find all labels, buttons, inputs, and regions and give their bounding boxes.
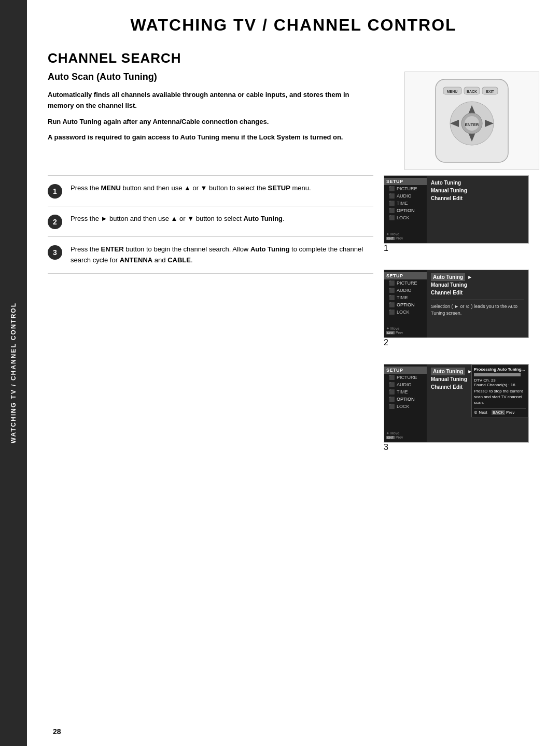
screen-2-content: Auto Tuning ► Manual Tuning Channel Edit… xyxy=(427,270,528,337)
screen-2-audio: ⬛AUDIO xyxy=(384,287,427,294)
screen-3-auto-tuning: Auto Tuning xyxy=(431,368,465,375)
found-channels: Found Channel(s) : 16 xyxy=(474,383,526,387)
screen-1-auto-tuning: Auto Tuning xyxy=(431,179,524,187)
bottom-area: 1 Press the MENU button and then use ▲ o… xyxy=(48,175,539,462)
screen-1-inner: SETUP ⬛ PICTURE ⬛ AUDIO ⬛ xyxy=(384,176,528,243)
screen-2-arrow: ► xyxy=(467,274,472,280)
sidebar-label: WATCHING TV / CHANNEL CONTROL xyxy=(10,302,17,443)
remote-control-image: MENU BACK EXIT xyxy=(404,72,539,170)
processing-overlay: Processing Auto Tuning... DTV Ch. 23 Fou… xyxy=(471,364,528,417)
remote-svg: MENU BACK EXIT xyxy=(415,77,529,165)
screens-section: SETUP ⬛ PICTURE ⬛ AUDIO ⬛ xyxy=(384,175,539,462)
screen-3-badge: 3 xyxy=(384,443,539,452)
screen-2-time: ⬛TIME xyxy=(384,294,427,301)
page-number: 28 xyxy=(53,727,61,736)
step-3: 3 Press the ENTER button to begin the ch… xyxy=(48,236,373,274)
processing-bar xyxy=(474,373,521,376)
screen-3: SETUP ⬛PICTURE ⬛AUDIO ⬛TIME xyxy=(384,364,529,443)
screen-1-picture: ⬛ PICTURE xyxy=(384,185,427,192)
section-title: CHANNEL SEARCH xyxy=(48,50,539,66)
screen-1-menu-bottom: ✦ MoveENT Prev xyxy=(384,231,427,241)
page: WATCHING TV / CHANNEL CONTROL WATCHING T… xyxy=(0,0,560,746)
screen-1: SETUP ⬛ PICTURE ⬛ AUDIO ⬛ xyxy=(384,175,529,244)
page-title: WATCHING TV / CHANNEL CONTROL xyxy=(48,16,539,35)
screen-1-audio: ⬛ AUDIO xyxy=(384,192,427,200)
screen-2-description: Selection ( ► or ⊙ ) leads you to the Au… xyxy=(431,302,524,317)
sub-title: Auto Scan (Auto Tuning) xyxy=(48,72,373,82)
screen-2-picture: ⬛PICTURE xyxy=(384,279,427,287)
audio-icon: ⬛ xyxy=(388,193,395,199)
screen-3-content: Auto Tuning ► Manual Tuning Channel Edit… xyxy=(427,364,528,442)
screen-3-inner: SETUP ⬛PICTURE ⬛AUDIO ⬛TIME xyxy=(384,364,528,442)
screen-2-menu-bottom: ✦ MoveENT Prev xyxy=(384,326,427,335)
screen-3-lock: ⬛LOCK xyxy=(384,403,427,410)
screen-2-option: ⬛OPTION xyxy=(384,301,427,308)
screen-3-time: ⬛TIME xyxy=(384,388,427,396)
screen-3-menu-bottom: ✦ MoveENT Prev xyxy=(384,430,427,440)
step-2: 2 Press the ► button and then use ▲ or ▼… xyxy=(48,206,373,236)
screen-3-footer: ⊙ Next BACK Prev xyxy=(474,408,526,415)
top-content-area: Auto Scan (Auto Tuning) Automatically fi… xyxy=(48,72,539,170)
screen-3-menu-header: SETUP xyxy=(384,367,427,374)
screen-mockup-wrap-2: SETUP ⬛PICTURE ⬛AUDIO ⬛TIME xyxy=(384,270,539,347)
screen-mockup-wrap-3: SETUP ⬛PICTURE ⬛AUDIO ⬛TIME xyxy=(384,364,539,452)
screen-3-option: ⬛OPTION xyxy=(384,396,427,403)
screen-1-option: ⬛ OPTION xyxy=(384,207,427,214)
right-column: MENU BACK EXIT xyxy=(384,72,539,170)
body-text-3: A password is required to gain access to… xyxy=(48,132,373,143)
step-text-3: Press the ENTER button to begin the chan… xyxy=(71,244,373,266)
step-1: 1 Press the MENU button and then use ▲ o… xyxy=(48,175,373,206)
screen-1-manual-tuning: Manual Tuning xyxy=(431,187,524,194)
screen-1-content: Auto Tuning Manual Tuning Channel Edit xyxy=(427,176,528,243)
screen-1-channel-edit: Channel Edit xyxy=(431,194,524,202)
body-text-1: Automatically finds all channels availab… xyxy=(48,90,373,111)
picture-icon: ⬛ xyxy=(388,186,395,192)
dtv-channel: DTV Ch. 23 xyxy=(474,378,526,383)
lock-icon: ⬛ xyxy=(388,215,395,221)
screen-1-time: ⬛ TIME xyxy=(384,200,427,207)
svg-text:ENTER: ENTER xyxy=(465,122,479,127)
screen-2-auto-tuning: Auto Tuning xyxy=(431,273,465,281)
svg-text:EXIT: EXIT xyxy=(486,90,494,93)
screen-1-lock: ⬛ LOCK xyxy=(384,214,427,221)
screen-1-badge: 1 xyxy=(384,244,539,253)
screen-2-manual-tuning: Manual Tuning xyxy=(431,281,524,289)
screen-1-menu-header: SETUP xyxy=(384,178,427,185)
step-text-1: Press the MENU button and then use ▲ or … xyxy=(71,183,311,194)
sidebar: WATCHING TV / CHANNEL CONTROL xyxy=(0,0,27,746)
screen-2-inner: SETUP ⬛PICTURE ⬛AUDIO ⬛TIME xyxy=(384,270,528,337)
body-text-2: Run Auto Tuning again after any Antenna/… xyxy=(48,117,373,128)
back-button: BACK xyxy=(492,410,505,415)
processing-title: Processing Auto Tuning... xyxy=(474,367,526,372)
screen-2-channel-edit: Channel Edit xyxy=(431,289,524,297)
screen-mockup-wrap-1: SETUP ⬛ PICTURE ⬛ AUDIO ⬛ xyxy=(384,175,539,253)
svg-text:BACK: BACK xyxy=(467,90,477,93)
screen-3-picture: ⬛PICTURE xyxy=(384,374,427,381)
stop-instruction: Press⊙ to stop the current scan and star… xyxy=(474,388,526,406)
option-icon: ⬛ xyxy=(388,207,395,214)
screen-2-menu-header: SETUP xyxy=(384,272,427,279)
step-number-3: 3 xyxy=(48,245,62,260)
screen-3-audio: ⬛AUDIO xyxy=(384,381,427,388)
step-text-2: Press the ► button and then use ▲ or ▼ b… xyxy=(71,214,285,224)
screen-1-menu: SETUP ⬛ PICTURE ⬛ AUDIO ⬛ xyxy=(384,176,427,243)
step-number-1: 1 xyxy=(48,184,62,199)
screen-2-menu: SETUP ⬛PICTURE ⬛AUDIO ⬛TIME xyxy=(384,270,427,337)
steps-section: 1 Press the MENU button and then use ▲ o… xyxy=(48,175,373,462)
svg-text:MENU: MENU xyxy=(447,90,458,93)
step-number-2: 2 xyxy=(48,215,62,229)
main-content: WATCHING TV / CHANNEL CONTROL CHANNEL SE… xyxy=(27,0,560,746)
screen-2-lock: ⬛LOCK xyxy=(384,308,427,316)
screen-2: SETUP ⬛PICTURE ⬛AUDIO ⬛TIME xyxy=(384,270,529,338)
time-icon: ⬛ xyxy=(388,200,395,206)
screen-3-menu: SETUP ⬛PICTURE ⬛AUDIO ⬛TIME xyxy=(384,364,427,442)
screen-2-badge: 2 xyxy=(384,338,539,347)
left-column: Auto Scan (Auto Tuning) Automatically fi… xyxy=(48,72,373,170)
